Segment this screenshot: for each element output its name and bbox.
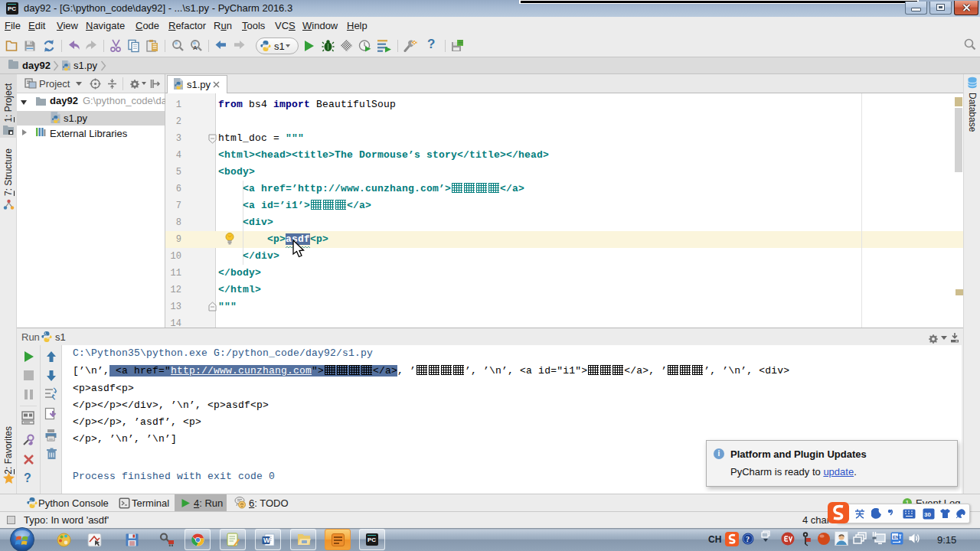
svg-text:W: W <box>263 536 270 544</box>
svg-text:A: A <box>193 44 198 51</box>
svg-text:?: ? <box>746 535 750 543</box>
svg-text:EN: EN <box>893 535 899 540</box>
svg-text:30: 30 <box>924 511 931 518</box>
